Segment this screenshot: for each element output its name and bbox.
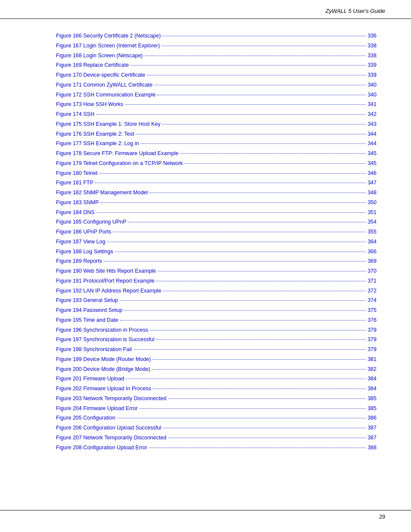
toc-link[interactable]: Figure 193 General Setup <box>56 296 118 305</box>
toc-row: Figure 167 Login Screen (Internet Explor… <box>56 42 377 50</box>
toc-link[interactable]: Figure 166 Security Certificate 2 (Netsc… <box>56 32 161 40</box>
toc-page-number: 342 <box>367 110 377 118</box>
toc-link[interactable]: Figure 203 Network Temporarily Disconnec… <box>56 395 166 403</box>
toc-dots <box>104 261 366 261</box>
toc-link[interactable]: Figure 187 View Log <box>56 238 105 246</box>
toc-row: Figure 204 Firmware Upload Error385 <box>56 404 377 413</box>
toc-page-number: 384 <box>367 385 377 393</box>
toc-link[interactable]: Figure 169 Replace Certificate <box>56 61 129 69</box>
toc-row: Figure 201 Firmware Upload384 <box>56 375 377 383</box>
toc-link[interactable]: Figure 198 Synchronization Fail <box>56 345 132 354</box>
toc-dots <box>140 143 366 144</box>
toc-dots <box>156 339 366 340</box>
toc-link[interactable]: Figure 208 Configuration Upload Error <box>56 444 147 452</box>
toc-page-number: 382 <box>367 365 377 373</box>
toc-page-number: 387 <box>367 434 377 442</box>
toc-dots <box>124 310 366 311</box>
toc-row: Figure 207 Network Temporarily Disconnec… <box>56 434 377 442</box>
toc-dots <box>126 379 366 379</box>
toc-row: Figure 197 Synchronization is Successful… <box>56 336 377 344</box>
toc-link[interactable]: Figure 197 Synchronization is Successful <box>56 336 155 344</box>
toc-dots <box>120 320 366 320</box>
toc-dots <box>117 418 366 418</box>
toc-row: Figure 191 Protocol/Port Report Example3… <box>56 277 377 285</box>
toc-row: Figure 173 How SSH Works341 <box>56 100 377 109</box>
toc-link[interactable]: Figure 186 UPnP Ports <box>56 228 111 236</box>
toc-link[interactable]: Figure 206 Configuration Upload Successf… <box>56 424 162 432</box>
toc-page-number: 364 <box>367 238 377 246</box>
toc-dots <box>158 271 366 271</box>
toc-dots <box>163 291 366 291</box>
toc-link[interactable]: Figure 175 SSH Example 1: Store Host Key <box>56 120 160 128</box>
toc-link[interactable]: Figure 189 Reports <box>56 257 102 265</box>
toc-row: Figure 170 Device-specific Certificate33… <box>56 71 377 79</box>
toc-page-number: 343 <box>367 120 377 128</box>
toc-dots <box>153 389 366 389</box>
toc-dots <box>163 428 366 428</box>
toc-link[interactable]: Figure 167 Login Screen (Internet Explor… <box>56 42 160 50</box>
toc-link[interactable]: Figure 202 Firmware Upload In Process <box>56 385 151 393</box>
toc-link[interactable]: Figure 170 Device-specific Certificate <box>56 71 145 79</box>
toc-link[interactable]: Figure 199 Device Mode (Router Mode) <box>56 355 151 364</box>
toc-link[interactable]: Figure 204 Firmware Upload Error <box>56 404 138 413</box>
toc-row: Figure 200 Device Mode (Bridge Mode)382 <box>56 365 377 373</box>
toc-row: Figure 174 SSH342 <box>56 110 377 118</box>
toc-link[interactable]: Figure 177 SSH Example 2: Log in <box>56 140 139 148</box>
toc-link[interactable]: Figure 188 Log Settings <box>56 248 113 256</box>
toc-row: Figure 199 Device Mode (Router Mode)381 <box>56 355 377 364</box>
toc-row: Figure 180 Telnet346 <box>56 169 377 177</box>
toc-row: Figure 185 Configuring UPnP354 <box>56 218 377 226</box>
toc-link[interactable]: Figure 200 Device Mode (Bridge Mode) <box>56 365 150 373</box>
toc-dots <box>131 65 366 65</box>
toc-dots <box>95 183 366 183</box>
toc-link[interactable]: Figure 205 Configuration <box>56 414 115 422</box>
toc-link[interactable]: Figure 168 Login Screen (Netscape) <box>56 52 143 60</box>
toc-page-number: 346 <box>367 169 377 177</box>
toc-link[interactable]: Figure 196 Synchronization in Process <box>56 326 148 334</box>
toc-link[interactable]: Figure 191 Protocol/Port Report Example <box>56 277 155 285</box>
toc-link[interactable]: Figure 180 Telnet <box>56 169 97 177</box>
toc-dots <box>162 36 366 36</box>
toc-page-number: 344 <box>367 130 377 138</box>
toc-dots <box>154 85 366 85</box>
toc-row: Figure 194 Password Setup375 <box>56 306 377 314</box>
toc-row: Figure 184 DNS351 <box>56 208 377 217</box>
toc-link[interactable]: Figure 190 Web Site Hits Report Example <box>56 267 156 275</box>
toc-page-number: 369 <box>367 257 377 265</box>
toc-dots <box>128 222 366 222</box>
toc-link[interactable]: Figure 195 Time and Date <box>56 316 118 324</box>
header-title: ZyWALL 5 User's Guide <box>325 8 385 14</box>
toc-link[interactable]: Figure 179 Telnet Configuration on a TCP… <box>56 159 183 168</box>
toc-link[interactable]: Figure 201 Firmware Upload <box>56 375 124 383</box>
toc-page-number: 340 <box>367 91 377 99</box>
toc-page-number: 344 <box>367 140 377 148</box>
toc-page-number: 350 <box>367 199 377 207</box>
toc-link[interactable]: Figure 184 DNS <box>56 208 95 217</box>
toc-link[interactable]: Figure 194 Password Setup <box>56 306 122 314</box>
toc-page-number: 354 <box>367 218 377 226</box>
page: ZyWALL 5 User's Guide Figure 166 Securit… <box>0 0 411 532</box>
toc-row: Figure 192 LAN IP Address Report Example… <box>56 287 377 295</box>
toc-dots <box>156 281 366 281</box>
toc-link[interactable]: Figure 192 LAN IP Address Report Example <box>56 287 161 295</box>
toc-page-number: 345 <box>367 159 377 168</box>
toc-link[interactable]: Figure 172 SSH Communication Example <box>56 91 156 99</box>
toc-link[interactable]: Figure 207 Network Temporarily Disconnec… <box>56 434 166 442</box>
toc-row: Figure 178 Secure FTP: Firmware Upload E… <box>56 149 377 158</box>
toc-link[interactable]: Figure 176 SSH Example 2: Test <box>56 130 134 138</box>
toc-row: Figure 171 Common ZyWALL Certificate340 <box>56 81 377 89</box>
toc-link[interactable]: Figure 171 Common ZyWALL Certificate <box>56 81 153 89</box>
toc-link[interactable]: Figure 178 Secure FTP: Firmware Upload E… <box>56 149 178 158</box>
toc-link[interactable]: Figure 174 SSH <box>56 110 94 118</box>
toc-link[interactable]: Figure 183 SNMP <box>56 199 99 207</box>
toc-link[interactable]: Figure 182 SNMP Management Model <box>56 189 148 197</box>
toc-dots <box>149 448 366 448</box>
toc-link[interactable]: Figure 181 FTP <box>56 179 93 187</box>
toc-row: Figure 169 Replace Certificate339 <box>56 61 377 69</box>
toc-dots <box>120 300 366 301</box>
toc-dots <box>162 124 366 124</box>
toc-link[interactable]: Figure 185 Configuring UPnP <box>56 218 126 226</box>
toc-page-number: 339 <box>367 61 377 69</box>
toc-link[interactable]: Figure 173 How SSH Works <box>56 100 123 109</box>
page-number: 29 <box>379 514 385 520</box>
